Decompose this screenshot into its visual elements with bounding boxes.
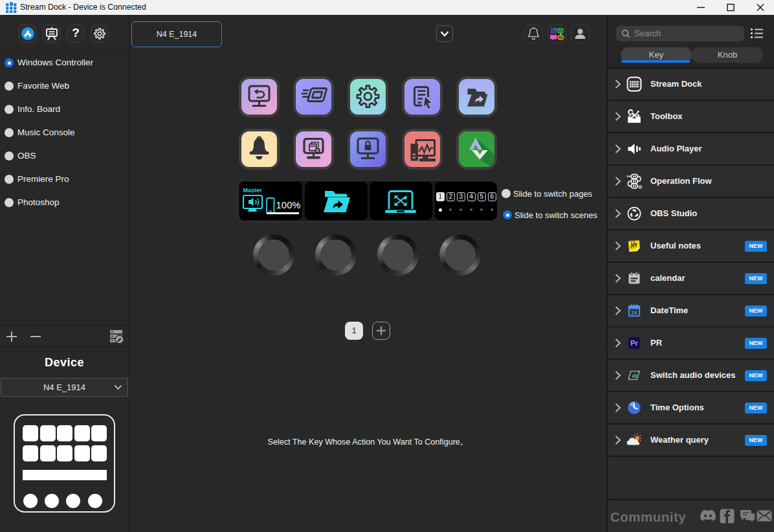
svg-text:24: 24	[631, 309, 637, 316]
svg-text:Pr: Pr	[630, 339, 638, 347]
